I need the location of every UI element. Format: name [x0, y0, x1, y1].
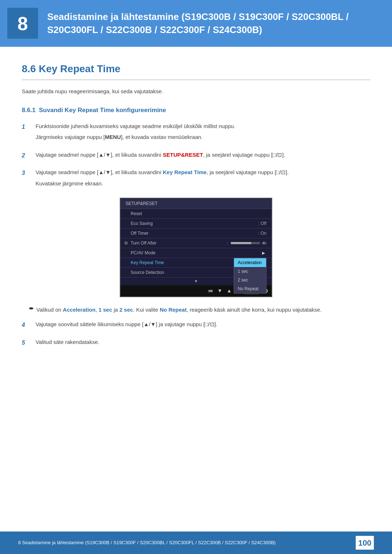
- progress-label: 4h: [262, 240, 266, 246]
- menu-label-eco: Eco Saving: [131, 220, 256, 227]
- menu-label-reset: Reset: [131, 210, 266, 217]
- step-5-text: Valitud säte rakendatakse.: [36, 338, 370, 346]
- step-2-text: Vajutage seadmel nuppe [▲/▼], et liikuda…: [36, 151, 370, 159]
- main-content: 8.6 Key Repeat Time Saate juhtida nupu r…: [0, 61, 392, 349]
- dropdown-option-norepeat: No Repeat: [234, 284, 266, 293]
- menu-row-keyrepeat: Key Repeat Time Acceleration 1 sec 2 sec…: [121, 258, 271, 267]
- step-num-2: 2: [22, 151, 33, 160]
- bullet-item-1: Valikud on Acceleration, 1 sec ja 2 sec.…: [29, 306, 370, 314]
- monitor-screen: SETUP&RESET Reset Eco Saving : Off Off T…: [120, 198, 272, 297]
- step-2: 2 Vajutage seadmel nuppe [▲/▼], et liiku…: [22, 151, 370, 162]
- step-4-text: Vajutage soovitud sättele liikumiseks nu…: [36, 320, 370, 329]
- bullet-text: Valikud on Acceleration, 1 sec ja 2 sec.…: [36, 306, 322, 314]
- menu-val-eco: : Off: [258, 220, 266, 227]
- menu-area: SETUP&RESET Reset Eco Saving : Off Off T…: [121, 198, 271, 285]
- step-num-3: 3: [22, 169, 33, 177]
- step-1: 1 Funktsioonide juhendi kuvamiseks vajut…: [22, 122, 370, 144]
- bullet-list: Valikud on Acceleration, 1 sec ja 2 sec.…: [29, 306, 370, 314]
- menu-row-reset: Reset: [121, 209, 271, 218]
- subsection-number: 8.6.1: [22, 107, 36, 114]
- dropdown-option-2sec: 2 sec: [234, 276, 266, 284]
- menu-row-pcav: PC/AV Mode ▶: [121, 248, 271, 258]
- subsection-title: 8.6.1 Suvandi Key Repeat Time konfiguree…: [22, 106, 370, 115]
- intro-text: Saate juhtida nupu reageerimisaega, kui …: [22, 87, 370, 96]
- section-label: Key Repeat Time: [39, 63, 121, 74]
- step-content-2: Vajutage seadmel nuppe [▲/▼], et liikuda…: [36, 151, 370, 162]
- progress-bar: [231, 242, 260, 244]
- menu-row-offtimer: Off Timer : On: [121, 229, 271, 238]
- menu-val-offtimer: : On: [258, 230, 266, 237]
- step-3-sub: Kuvatakse järgmine ekraan.: [36, 180, 370, 188]
- page-footer: 8 Seadistamine ja lähtestamine (S19C300B…: [0, 532, 392, 554]
- menu-row-turnoff: ⚙ Turn Off After : 4h: [121, 238, 271, 248]
- dropdown-option-acceleration: Acceleration: [234, 258, 266, 267]
- dropdown-popup: Acceleration 1 sec 2 sec No Repeat: [234, 258, 266, 294]
- menu-label-pcav: PC/AV Mode: [131, 250, 262, 256]
- menu-row-eco: Eco Saving : Off: [121, 219, 271, 228]
- page-number: 100: [356, 536, 374, 550]
- step-3: 3 Vajutage seadmel nuppe [▲/▼], et liiku…: [22, 168, 370, 190]
- ctrl-down-icon: ▼: [217, 287, 222, 295]
- steps-list: 1 Funktsioonide juhendi kuvamiseks vajut…: [22, 122, 370, 191]
- step-1-text: Funktsioonide juhendi kuvamiseks vajutag…: [36, 122, 370, 131]
- menu-label-offtimer: Off Timer: [131, 230, 255, 237]
- subsection-label: Suvandi Key Repeat Time konfigureerimine: [39, 107, 166, 114]
- step-content-4: Vajutage soovitud sättele liikumiseks nu…: [36, 320, 370, 332]
- step-1-sub: Järgmiseks vajutage nuppu [MENU], et kuv…: [36, 133, 370, 141]
- step-4: 4 Vajutage soovitud sättele liikumiseks …: [22, 320, 370, 332]
- more-arrow-icon: ▼: [194, 278, 198, 284]
- menu-header: SETUP&RESET: [121, 198, 271, 209]
- section-title: 8.6 Key Repeat Time: [22, 61, 370, 80]
- chapter-number: 8: [7, 8, 38, 39]
- arrow-right-icon: ▶: [262, 250, 266, 256]
- footer-text: 8 Seadistamine ja lähtestamine (S19C300B…: [18, 539, 275, 546]
- dropdown-option-1sec: 1 sec: [234, 267, 266, 276]
- step-content-1: Funktsioonide juhendi kuvamiseks vajutag…: [36, 122, 370, 144]
- ctrl-up-icon: ▲: [227, 287, 232, 295]
- step-num-5: 5: [22, 338, 33, 347]
- menu-label-turnoff: Turn Off After: [131, 240, 225, 246]
- ctrl-back-icon: ⏮: [208, 287, 213, 295]
- step-content-5: Valitud säte rakendatakse.: [36, 338, 370, 349]
- section-number: 8.6: [22, 63, 36, 74]
- monitor-container: SETUP&RESET Reset Eco Saving : Off Off T…: [22, 198, 370, 297]
- bullet-dot: [29, 307, 33, 309]
- step-num-4: 4: [22, 321, 33, 329]
- step-3-text: Vajutage seadmel nuppe [▲/▼], et liikuda…: [36, 168, 370, 177]
- steps-list-after: 4 Vajutage soovitud sättele liikumiseks …: [22, 320, 370, 349]
- step-content-3: Vajutage seadmel nuppe [▲/▼], et liikuda…: [36, 168, 370, 190]
- header-title: Seadistamine ja lähtestamine (S19C300B /…: [47, 10, 374, 37]
- step-5: 5 Valitud säte rakendatakse.: [22, 338, 370, 349]
- page-header: 8 Seadistamine ja lähtestamine (S19C300B…: [0, 0, 392, 47]
- progress-fill: [231, 242, 251, 244]
- gear-icon: ⚙: [124, 240, 128, 246]
- step-num-1: 1: [22, 123, 33, 131]
